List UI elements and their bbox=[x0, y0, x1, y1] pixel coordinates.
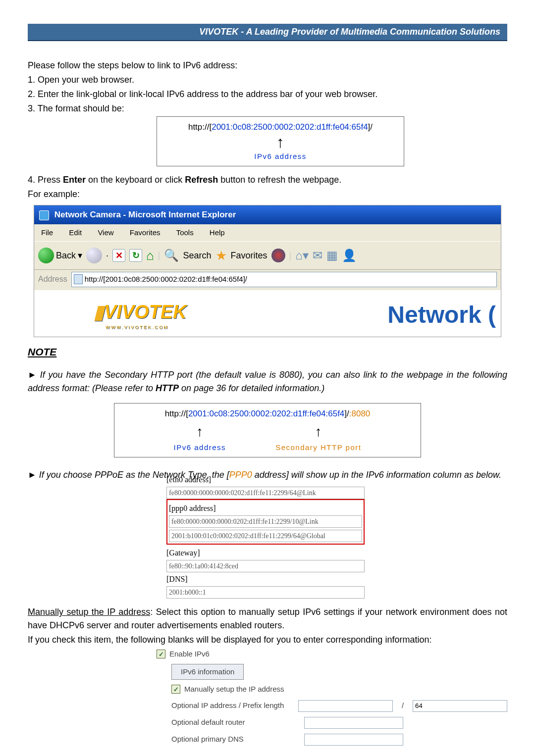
note-heading: NOTE bbox=[28, 344, 507, 360]
address-input[interactable]: http://[2001:0c08:2500:0002:0202:d1ff:fe… bbox=[71, 272, 497, 287]
step4-enter: Enter bbox=[63, 175, 86, 185]
forward-button[interactable] bbox=[86, 248, 102, 263]
ie-titlebar: Network Camera - Microsoft Internet Expl… bbox=[34, 205, 501, 224]
optional-router-label: Optional default router bbox=[157, 717, 295, 728]
step4-example: For example: bbox=[28, 188, 507, 201]
address-label: Address bbox=[38, 273, 67, 285]
media-button[interactable] bbox=[271, 249, 285, 262]
note1-c: on page 36 for detailed information.) bbox=[179, 383, 324, 393]
dns-label: [DNS] bbox=[166, 572, 365, 586]
format1-suffix: ]/ bbox=[368, 122, 373, 132]
step-1: 1. Open your web browser. bbox=[28, 73, 507, 87]
home-button[interactable]: ⌂ bbox=[146, 246, 154, 265]
note2-ppp0: PPP0 bbox=[229, 470, 252, 480]
address-value: http://[2001:0c08:2500:0002:0202:d1ff:fe… bbox=[85, 274, 247, 285]
gateway-value: fe80::90:1a00:4142:8ced bbox=[166, 560, 365, 572]
dns-value: 2001:b000::1 bbox=[166, 586, 365, 599]
manual-a: Manually setup the IP address bbox=[28, 607, 150, 617]
stop-button[interactable]: ✕ bbox=[112, 249, 125, 262]
menu-edit[interactable]: Edit bbox=[62, 225, 89, 241]
optional-dns-label: Optional primary DNS bbox=[157, 734, 295, 745]
format2-label2: Secondary HTTP port bbox=[275, 442, 361, 454]
prefix-length-input[interactable] bbox=[413, 700, 507, 712]
manual-setup-text-2: If you check this item, the following bl… bbox=[28, 633, 507, 647]
manual-setup-text: Manually setup the IP address: Select th… bbox=[28, 605, 507, 632]
menu-favorites[interactable]: Favorites bbox=[123, 225, 167, 241]
messenger-button[interactable]: 👤 bbox=[342, 247, 357, 264]
print-button[interactable]: ▦ bbox=[326, 247, 338, 264]
ie-address-bar: Address http://[2001:0c08:2500:0002:0202… bbox=[34, 270, 501, 290]
optional-ip-label: Optional IP address / Prefix length bbox=[157, 700, 289, 711]
note2-c: address] will show up in the IPv6 inform… bbox=[252, 470, 501, 480]
arrow-up-icon: ↑ bbox=[275, 421, 361, 442]
note1-http: HTTP bbox=[156, 383, 179, 393]
favorites-icon: ★ bbox=[215, 246, 227, 265]
favorites-button[interactable]: Favorites bbox=[231, 249, 268, 262]
format-example-2: http://[2001:0c08:2500:0002:0202:d1ff:fe… bbox=[114, 403, 421, 457]
ipv6-form: ✓ Enable IPv6 IPv6 information ✓ Manuall… bbox=[157, 649, 507, 746]
mail-button[interactable]: ✉ bbox=[313, 247, 322, 264]
vivotek-logo-sub: WWW.VIVOTEK.COM bbox=[106, 324, 187, 331]
back-icon bbox=[38, 248, 54, 263]
format1-address: 2001:0c08:2500:0002:0202:d1ff:fe04:65f4 bbox=[212, 122, 368, 132]
format2-address: 2001:0c08:2500:0002:0202:d1ff:fe04:65f4 bbox=[188, 409, 344, 418]
page-header: VIVOTEK - A Leading Provider of Multimed… bbox=[28, 24, 507, 41]
enable-ipv6-label: Enable IPv6 bbox=[169, 649, 210, 660]
menu-tools[interactable]: Tools bbox=[169, 225, 201, 241]
ipv6-info-button[interactable]: IPv6 information bbox=[171, 664, 244, 680]
menu-help[interactable]: Help bbox=[203, 225, 232, 241]
intro-text: Please follow the steps below to link to… bbox=[28, 59, 507, 72]
ppp0-value-2: 2001:b100:01c0:0002:0202:d1ff:fe11:2299/… bbox=[169, 530, 362, 542]
format2-port: :8080 bbox=[349, 409, 371, 418]
menu-file[interactable]: File bbox=[34, 225, 60, 241]
ipv6-info-block: [eth0 address] fe80:0000:0000:0000:0202:… bbox=[166, 473, 365, 599]
optional-ip-row: Optional IP address / Prefix length / bbox=[157, 700, 507, 712]
ie-toolbar: Back ▾ · ✕ ↻ ⌂ | 🔍 Search ★ Favorites | … bbox=[34, 241, 501, 270]
arrow-up-icon: ↑ bbox=[164, 134, 397, 151]
ie-menubar: File Edit View Favorites Tools Help bbox=[34, 224, 501, 242]
arrow-up-icon: ↑ bbox=[174, 421, 226, 442]
search-button[interactable]: Search bbox=[183, 249, 211, 262]
step4-c: on the keyboard or click bbox=[86, 175, 185, 185]
ie-title-text: Network Camera - Microsoft Internet Expl… bbox=[54, 210, 236, 219]
ie-page-body: ▮VIVOTEK WWW.VIVOTEK.COM Network ( bbox=[34, 290, 501, 337]
vivotek-logo-text: VIVOTEK bbox=[104, 302, 187, 322]
refresh-button[interactable]: ↻ bbox=[129, 249, 142, 262]
step4-e: button to refresh the webpage. bbox=[218, 175, 341, 185]
page-icon bbox=[74, 274, 83, 284]
step4-a: 4. Press bbox=[28, 175, 63, 185]
vivotek-logo: ▮VIVOTEK WWW.VIVOTEK.COM bbox=[94, 298, 187, 331]
optional-dns-input[interactable] bbox=[304, 734, 403, 746]
ie-icon bbox=[39, 210, 49, 220]
note-item-1: ► If you have the Secondary HTTP port (t… bbox=[28, 368, 507, 395]
gateway-label: [Gateway] bbox=[166, 546, 365, 560]
manual-setup-checkbox[interactable]: ✓ bbox=[171, 685, 180, 694]
history-button[interactable]: ⌂▾ bbox=[295, 247, 309, 264]
format1-prefix: http://[ bbox=[188, 122, 212, 132]
format2-label1: IPv6 address bbox=[174, 442, 226, 454]
ppp0-highlight-box: [ppp0 address] fe80:0000:0000:0000:0202:… bbox=[166, 499, 365, 545]
optional-router-row: Optional default router bbox=[157, 717, 507, 729]
optional-router-input[interactable] bbox=[304, 717, 403, 729]
format-example-1: http://[2001:0c08:2500:0002:0202:d1ff:fe… bbox=[157, 116, 404, 166]
step-3: 3. The format should be: bbox=[28, 102, 507, 115]
manual-setup-label: Manually setup the IP address bbox=[184, 684, 284, 695]
search-icon: 🔍 bbox=[164, 247, 179, 264]
network-heading: Network ( bbox=[387, 297, 496, 333]
ppp0-label: [ppp0 address] bbox=[169, 502, 362, 515]
format2-mid: ]/ bbox=[344, 409, 349, 418]
optional-ip-input[interactable] bbox=[298, 700, 393, 712]
enable-ipv6-checkbox[interactable]: ✓ bbox=[157, 650, 165, 658]
back-button[interactable]: Back ▾ bbox=[38, 248, 82, 263]
ppp0-value-1: fe80:0000:0000:0000:0202:d1ff:fe11:2299/… bbox=[169, 515, 362, 528]
ie-screenshot: Network Camera - Microsoft Internet Expl… bbox=[34, 205, 501, 337]
format2-prefix: http://[ bbox=[165, 409, 188, 418]
step-2: 2. Enter the link-global or link-local I… bbox=[28, 88, 507, 101]
back-label: Back bbox=[56, 249, 76, 262]
dropdown-icon: ▾ bbox=[78, 249, 82, 262]
step4-refresh: Refresh bbox=[185, 175, 218, 185]
note-item-2: ► If you choose PPPoE as the Network Typ… bbox=[28, 468, 507, 482]
step-4: 4. Press Enter on the keyboard or click … bbox=[28, 173, 507, 187]
menu-view[interactable]: View bbox=[91, 225, 120, 241]
format1-label: IPv6 address bbox=[164, 151, 397, 162]
